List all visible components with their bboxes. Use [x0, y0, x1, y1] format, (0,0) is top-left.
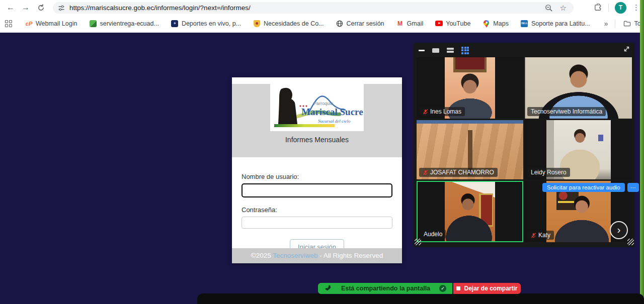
- bookmark-necesidades[interactable]: Necesidades de Co...: [253, 20, 324, 27]
- url-bar[interactable]: https://mariscalsucre.gob.ec/informes/lo…: [53, 2, 574, 14]
- muted-mic-icon: [423, 109, 428, 115]
- video-tile[interactable]: JOSAFAT CHAMORRO: [417, 120, 523, 179]
- bookmark-maps[interactable]: Maps: [482, 20, 509, 27]
- zoom-out-icon[interactable]: [545, 4, 553, 12]
- maps-pin-icon: [484, 20, 489, 26]
- video-tile[interactable]: Tecnoserviweb Informática: [525, 57, 632, 119]
- dell-icon: DELL: [521, 20, 528, 27]
- participant-name: Tecnoserviweb Informática: [531, 108, 602, 115]
- bookmark-webmail-login[interactable]: cP Webmail Login: [25, 20, 77, 27]
- bookmarks-bar: cP Webmail Login servientrega-ecuad... ✦…: [0, 15, 644, 32]
- bookmark-servientrega[interactable]: servientrega-ecuad...: [89, 20, 158, 27]
- participant-name: Ines Lomas: [430, 108, 461, 115]
- next-participants-button[interactable]: ›: [610, 221, 628, 239]
- resize-handle-bottom-left[interactable]: [415, 239, 421, 245]
- participant-video: [445, 182, 495, 241]
- youtube-icon: [435, 21, 443, 26]
- screen: ← → https://mariscalsucre.gob.ec/informe…: [0, 0, 644, 304]
- username-input[interactable]: [242, 183, 392, 197]
- more-options-button[interactable]: ⋯: [627, 183, 639, 192]
- bookmark-cerrar-sesion[interactable]: Cerrar sesión: [336, 20, 384, 27]
- toolbar-divider: [608, 4, 609, 12]
- apps-grid-icon[interactable]: [5, 20, 12, 27]
- bookmark-youtube[interactable]: YouTube: [435, 20, 470, 27]
- sharing-status-text: Está compartiendo la pantalla: [332, 285, 439, 292]
- participant-name: Leidy Rosero: [531, 169, 567, 176]
- participant-name: JOSAFAT CHAMORRO: [430, 169, 494, 176]
- stop-square-icon: [456, 286, 460, 290]
- profile-avatar[interactable]: T: [615, 2, 626, 14]
- muted-mic-icon: [531, 233, 536, 238]
- reload-icon[interactable]: [33, 2, 48, 14]
- meeting-toolbar-edge: [197, 293, 644, 304]
- servientrega-icon: [90, 20, 97, 27]
- app-subtitle: Informes Mensuales: [232, 136, 402, 144]
- svg-text:Sucursal del cielo: Sucursal del cielo: [318, 119, 351, 124]
- bookmarks-right-divider: [615, 20, 615, 28]
- bookmark-deportes[interactable]: ✦ Deportes en vivo, p...: [171, 20, 241, 27]
- bookmark-soporte-dell[interactable]: DELL Soporte para Latitu...: [521, 20, 590, 27]
- sharing-status-pill: Está compartiendo la pantalla ✓: [318, 283, 452, 294]
- meeting-video-panel[interactable]: Ines Lomas Tecnoserviweb Informática JOS…: [414, 43, 635, 247]
- participant-grid: Ines Lomas Tecnoserviweb Informática JOS…: [417, 57, 632, 242]
- folder-icon: [623, 20, 631, 27]
- gallery-view-icon[interactable]: [461, 47, 469, 54]
- unmute-request-button[interactable]: Solicitar para reactivar audio: [542, 183, 625, 192]
- speaker-view-icon[interactable]: [432, 48, 439, 53]
- url-text[interactable]: https://mariscalsucre.gob.ec/informes/lo…: [69, 4, 545, 12]
- screen-share-border: [640, 0, 644, 304]
- bookmark-star-icon[interactable]: ☆: [560, 4, 567, 12]
- forward-icon[interactable]: →: [18, 2, 33, 14]
- resize-handle-bottom-right[interactable]: [627, 239, 634, 245]
- globe-icon: [336, 20, 344, 27]
- bookmarks-overflow-chevron[interactable]: »: [604, 20, 608, 28]
- strip-view-icon[interactable]: [447, 48, 454, 53]
- expand-icon[interactable]: [623, 45, 630, 53]
- parish-logo: Parroquia Mariscal Sucre Sucursal del ci…: [270, 84, 364, 131]
- muted-mic-icon: [423, 170, 428, 175]
- bookmark-gmail[interactable]: M Gmail: [396, 20, 424, 27]
- svg-text:Mariscal Sucre: Mariscal Sucre: [301, 107, 363, 117]
- shield-check-icon: ✓: [439, 285, 446, 292]
- crest-icon: [254, 20, 260, 27]
- username-label: Nombre de usuario:: [242, 173, 392, 180]
- cpanel-icon: cP: [25, 20, 33, 27]
- video-tile[interactable]: Ines Lomas: [417, 57, 523, 119]
- gmail-icon: M: [396, 20, 404, 27]
- card-footer: ©2025 Tecnoserviweb - All Rights Reserve…: [232, 248, 402, 263]
- participant-name: Audelo: [424, 231, 442, 238]
- password-input[interactable]: [242, 217, 392, 229]
- site-info-icon[interactable]: [58, 5, 65, 12]
- participant-name: Katy: [538, 232, 550, 239]
- browser-menu-icon[interactable]: ⋮: [632, 3, 640, 12]
- minimize-icon[interactable]: [419, 50, 425, 51]
- tecnoserviweb-link[interactable]: Tecnoserviweb: [273, 252, 317, 259]
- svg-text:Parroquia: Parroquia: [313, 101, 333, 106]
- browser-toolbar: ← → https://mariscalsucre.gob.ec/informe…: [0, 0, 644, 15]
- video-tile[interactable]: Leidy Rosero: [525, 120, 632, 179]
- login-card: Parroquia Mariscal Sucre Sucursal del ci…: [232, 77, 402, 263]
- meeting-view-controls: [419, 46, 469, 54]
- back-icon[interactable]: ←: [3, 2, 18, 14]
- login-card-header: Parroquia Mariscal Sucre Sucursal del ci…: [232, 84, 402, 157]
- extensions-icon[interactable]: [594, 4, 602, 12]
- deportes-icon: ✦: [171, 20, 178, 27]
- stop-sharing-button[interactable]: Dejar de compartir: [453, 283, 521, 294]
- password-label: Contraseña:: [242, 206, 392, 214]
- video-tile-active-speaker[interactable]: Audelo: [417, 181, 523, 242]
